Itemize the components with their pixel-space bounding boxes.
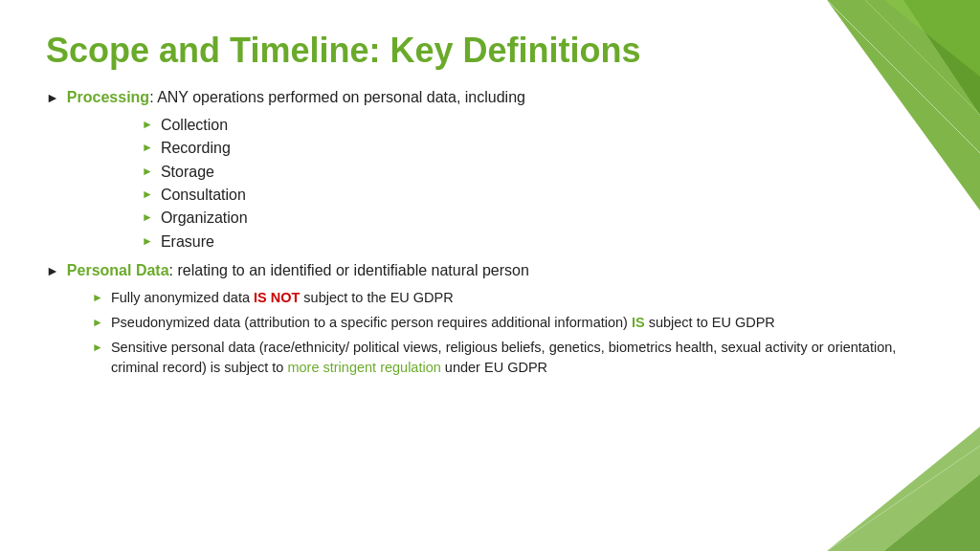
slide: Scope and Timeline: Key Definitions ► Pr… — [0, 0, 980, 551]
anonymized-text: Fully anonymized data IS NOT subject to … — [111, 288, 454, 308]
subbullet-consultation: ► Consultation — [142, 185, 934, 206]
erasure-label: Erasure — [161, 231, 214, 253]
pseudonymized-before: Pseudonymized data (attribution to a spe… — [111, 315, 632, 330]
personal-data-points: ► Fully anonymized data IS NOT subject t… — [92, 288, 934, 378]
subbullet-recording: ► Recording — [142, 138, 934, 159]
arrow-storage: ► — [142, 164, 153, 180]
slide-title: Scope and Timeline: Key Definitions — [46, 31, 934, 70]
arrow-anonymized: ► — [92, 290, 103, 306]
processing-section: ► Processing: ANY operations performed o… — [46, 87, 934, 253]
arrow-icon-personal-data: ► — [46, 262, 59, 281]
svg-marker-5 — [827, 427, 980, 551]
pseudonymized-after: subject to EU GDPR — [645, 315, 775, 330]
subbullet-organization: ► Organization — [142, 208, 934, 229]
arrow-pseudonymized: ► — [92, 315, 103, 331]
pseudonymized-highlight: IS — [632, 315, 645, 330]
svg-marker-6 — [884, 474, 980, 551]
sensitive-text: Sensitive personal data (race/ethnicity/… — [111, 338, 934, 378]
sensitive-highlight: more stringent regulation — [287, 360, 440, 375]
sensitive-after: under EU GDPR — [441, 360, 547, 375]
svg-line-7 — [827, 446, 980, 551]
subbullet-erasure: ► Erasure — [142, 231, 934, 253]
processing-text: Processing: ANY operations performed on … — [67, 87, 934, 108]
processing-subbullets: ► Collection ► Recording ► Storage ► Con… — [142, 115, 934, 253]
personal-data-section: ► Personal Data: relating to an identifi… — [46, 260, 934, 377]
personal-data-colon: : relating to an identified or identifia… — [169, 262, 529, 278]
arrow-consultation: ► — [142, 187, 153, 203]
arrow-icon-processing: ► — [46, 89, 59, 108]
anonymized-data-point: ► Fully anonymized data IS NOT subject t… — [92, 288, 934, 308]
consultation-label: Consultation — [161, 185, 246, 206]
processing-term: Processing — [67, 89, 149, 105]
subbullet-storage: ► Storage — [142, 162, 934, 183]
processing-bullet: ► Processing: ANY operations performed o… — [46, 87, 934, 108]
collection-label: Collection — [161, 115, 228, 136]
arrow-recording: ► — [142, 140, 153, 156]
storage-label: Storage — [161, 162, 214, 183]
anonymized-highlight: IS NOT — [254, 290, 300, 305]
personal-data-text: Personal Data: relating to an identified… — [67, 260, 934, 281]
recording-label: Recording — [161, 138, 231, 159]
pseudonymized-text: Pseudonymized data (attribution to a spe… — [111, 313, 775, 333]
arrow-erasure: ► — [142, 233, 153, 250]
processing-colon: : ANY operations performed on personal d… — [149, 89, 525, 105]
anonymized-before: Fully anonymized data — [111, 290, 254, 305]
content-area: Scope and Timeline: Key Definitions ► Pr… — [46, 31, 934, 378]
subbullet-collection: ► Collection — [142, 115, 934, 136]
deco-bottom-right — [827, 398, 980, 551]
personal-data-bullet: ► Personal Data: relating to an identifi… — [46, 260, 934, 281]
arrow-collection: ► — [142, 117, 153, 133]
personal-data-term: Personal Data — [67, 262, 169, 278]
arrow-organization: ► — [142, 209, 153, 226]
organization-label: Organization — [161, 208, 248, 229]
sensitive-data-point: ► Sensitive personal data (race/ethnicit… — [92, 338, 934, 378]
pseudonymized-data-point: ► Pseudonymized data (attribution to a s… — [92, 313, 934, 333]
arrow-sensitive: ► — [92, 340, 103, 356]
anonymized-after: subject to the EU GDPR — [300, 290, 453, 305]
